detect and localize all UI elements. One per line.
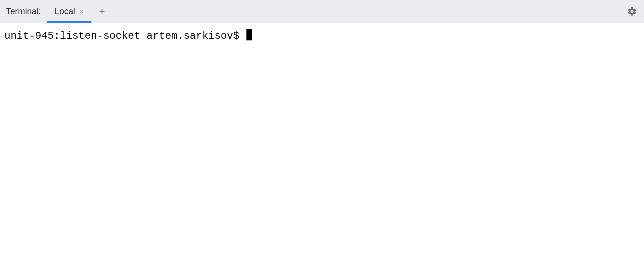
tabbar-spacer [112,0,620,23]
terminal-cursor [246,29,252,40]
panel-title-text: Terminal: [6,6,41,16]
close-tab-icon[interactable]: × [79,8,84,15]
terminal-panel: Terminal: Local × + unit-945:listen-sock… [0,0,644,258]
terminal-output[interactable]: unit-945:listen-socket artem.sarkisov$ [0,23,644,258]
gear-icon [627,6,637,17]
panel-title: Terminal: [0,0,47,23]
terminal-tabbar: Terminal: Local × + [0,0,644,23]
settings-button[interactable] [620,0,644,23]
tab-label: Local [55,6,75,16]
terminal-prompt: unit-945:listen-socket artem.sarkisov$ [4,30,246,42]
new-tab-button[interactable]: + [91,0,112,23]
tab-local[interactable]: Local × [47,0,91,23]
plus-icon: + [99,6,105,18]
